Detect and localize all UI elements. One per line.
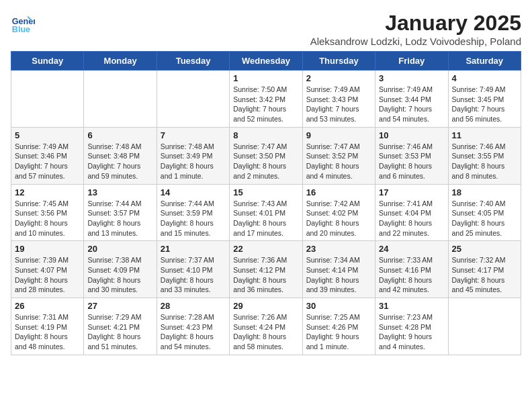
calendar-cell: 14Sunrise: 7:44 AM Sunset: 3:59 PM Dayli… <box>157 184 229 241</box>
calendar-cell: 3Sunrise: 7:49 AM Sunset: 3:44 PM Daylig… <box>375 71 448 128</box>
day-number: 20 <box>87 244 152 254</box>
calendar-cell <box>157 71 229 128</box>
day-number: 6 <box>87 130 152 140</box>
day-info: Sunrise: 7:49 AM Sunset: 3:44 PM Dayligh… <box>379 85 444 124</box>
calendar-cell: 5Sunrise: 7:49 AM Sunset: 3:46 PM Daylig… <box>11 127 84 184</box>
calendar-cell: 24Sunrise: 7:33 AM Sunset: 4:16 PM Dayli… <box>375 241 448 298</box>
calendar-week-4: 19Sunrise: 7:39 AM Sunset: 4:07 PM Dayli… <box>11 241 521 298</box>
day-info: Sunrise: 7:49 AM Sunset: 3:43 PM Dayligh… <box>306 85 371 124</box>
subtitle: Aleksandrow Lodzki, Lodz Voivodeship, Po… <box>310 36 521 47</box>
logo-icon: General Blue <box>11 11 35 35</box>
day-info: Sunrise: 7:46 AM Sunset: 3:55 PM Dayligh… <box>452 142 517 181</box>
day-info: Sunrise: 7:45 AM Sunset: 3:56 PM Dayligh… <box>15 199 80 238</box>
weekday-header-monday: Monday <box>84 52 157 71</box>
day-number: 7 <box>161 130 226 140</box>
svg-text:Blue: Blue <box>12 25 30 34</box>
day-info: Sunrise: 7:39 AM Sunset: 4:07 PM Dayligh… <box>15 255 80 295</box>
day-info: Sunrise: 7:48 AM Sunset: 3:49 PM Dayligh… <box>161 142 226 181</box>
logo: General Blue <box>11 11 35 35</box>
calendar-cell: 19Sunrise: 7:39 AM Sunset: 4:07 PM Dayli… <box>11 241 84 298</box>
day-info: Sunrise: 7:41 AM Sunset: 4:04 PM Dayligh… <box>379 199 444 238</box>
day-number: 1 <box>233 73 298 83</box>
calendar-cell: 28Sunrise: 7:28 AM Sunset: 4:23 PM Dayli… <box>157 298 229 355</box>
calendar-cell: 9Sunrise: 7:47 AM Sunset: 3:52 PM Daylig… <box>302 127 375 184</box>
weekday-header-friday: Friday <box>375 52 448 71</box>
calendar-cell: 1Sunrise: 7:50 AM Sunset: 3:42 PM Daylig… <box>230 71 302 128</box>
day-number: 11 <box>452 130 517 140</box>
day-info: Sunrise: 7:42 AM Sunset: 4:02 PM Dayligh… <box>306 199 371 238</box>
calendar-cell: 20Sunrise: 7:38 AM Sunset: 4:09 PM Dayli… <box>84 241 157 298</box>
calendar-cell: 13Sunrise: 7:44 AM Sunset: 3:57 PM Dayli… <box>84 184 157 241</box>
day-info: Sunrise: 7:49 AM Sunset: 3:46 PM Dayligh… <box>15 142 80 181</box>
day-info: Sunrise: 7:50 AM Sunset: 3:42 PM Dayligh… <box>233 85 298 124</box>
weekday-header-sunday: Sunday <box>11 52 84 71</box>
day-info: Sunrise: 7:40 AM Sunset: 4:05 PM Dayligh… <box>452 199 517 238</box>
calendar-cell: 30Sunrise: 7:25 AM Sunset: 4:26 PM Dayli… <box>302 298 375 355</box>
weekday-header-thursday: Thursday <box>302 52 375 71</box>
main-title: January 2025 <box>310 11 521 36</box>
calendar-cell: 12Sunrise: 7:45 AM Sunset: 3:56 PM Dayli… <box>11 184 84 241</box>
day-number: 25 <box>452 244 517 254</box>
day-info: Sunrise: 7:31 AM Sunset: 4:19 PM Dayligh… <box>15 312 80 352</box>
calendar-cell <box>448 298 521 355</box>
calendar-table: SundayMondayTuesdayWednesdayThursdayFrid… <box>11 51 521 355</box>
calendar-week-5: 26Sunrise: 7:31 AM Sunset: 4:19 PM Dayli… <box>11 298 521 355</box>
calendar-cell: 29Sunrise: 7:26 AM Sunset: 4:24 PM Dayli… <box>230 298 302 355</box>
calendar-cell: 7Sunrise: 7:48 AM Sunset: 3:49 PM Daylig… <box>157 127 229 184</box>
calendar-cell: 22Sunrise: 7:36 AM Sunset: 4:12 PM Dayli… <box>230 241 302 298</box>
calendar-cell: 8Sunrise: 7:47 AM Sunset: 3:50 PM Daylig… <box>230 127 302 184</box>
calendar-cell: 26Sunrise: 7:31 AM Sunset: 4:19 PM Dayli… <box>11 298 84 355</box>
day-number: 27 <box>87 301 152 311</box>
day-info: Sunrise: 7:36 AM Sunset: 4:12 PM Dayligh… <box>233 255 298 295</box>
day-number: 28 <box>161 301 226 311</box>
day-number: 17 <box>379 187 444 197</box>
day-info: Sunrise: 7:47 AM Sunset: 3:52 PM Dayligh… <box>306 142 371 181</box>
calendar-cell: 25Sunrise: 7:32 AM Sunset: 4:17 PM Dayli… <box>448 241 521 298</box>
calendar-cell: 23Sunrise: 7:34 AM Sunset: 4:14 PM Dayli… <box>302 241 375 298</box>
day-number: 12 <box>15 187 80 197</box>
title-block: January 2025 Aleksandrow Lodzki, Lodz Vo… <box>310 11 521 47</box>
day-number: 5 <box>15 130 80 140</box>
day-info: Sunrise: 7:38 AM Sunset: 4:09 PM Dayligh… <box>87 255 152 295</box>
weekday-header-wednesday: Wednesday <box>230 52 302 71</box>
calendar-cell: 21Sunrise: 7:37 AM Sunset: 4:10 PM Dayli… <box>157 241 229 298</box>
calendar-cell: 27Sunrise: 7:29 AM Sunset: 4:21 PM Dayli… <box>84 298 157 355</box>
day-number: 13 <box>87 187 152 197</box>
day-info: Sunrise: 7:28 AM Sunset: 4:23 PM Dayligh… <box>161 312 226 352</box>
day-number: 16 <box>306 187 371 197</box>
day-number: 4 <box>452 73 517 83</box>
calendar-cell: 6Sunrise: 7:48 AM Sunset: 3:48 PM Daylig… <box>84 127 157 184</box>
day-number: 8 <box>233 130 298 140</box>
day-number: 18 <box>452 187 517 197</box>
day-info: Sunrise: 7:43 AM Sunset: 4:01 PM Dayligh… <box>233 199 298 238</box>
day-number: 31 <box>379 301 444 311</box>
day-info: Sunrise: 7:23 AM Sunset: 4:28 PM Dayligh… <box>379 312 444 352</box>
day-info: Sunrise: 7:26 AM Sunset: 4:24 PM Dayligh… <box>233 312 298 352</box>
day-info: Sunrise: 7:25 AM Sunset: 4:26 PM Dayligh… <box>306 312 371 352</box>
day-number: 2 <box>306 73 371 83</box>
calendar-body: 1Sunrise: 7:50 AM Sunset: 3:42 PM Daylig… <box>11 71 521 355</box>
calendar-cell: 2Sunrise: 7:49 AM Sunset: 3:43 PM Daylig… <box>302 71 375 128</box>
day-number: 26 <box>15 301 80 311</box>
day-number: 14 <box>161 187 226 197</box>
calendar-week-2: 5Sunrise: 7:49 AM Sunset: 3:46 PM Daylig… <box>11 127 521 184</box>
weekday-header-saturday: Saturday <box>448 52 521 71</box>
day-info: Sunrise: 7:49 AM Sunset: 3:45 PM Dayligh… <box>452 85 517 124</box>
calendar-cell: 11Sunrise: 7:46 AM Sunset: 3:55 PM Dayli… <box>448 127 521 184</box>
day-info: Sunrise: 7:33 AM Sunset: 4:16 PM Dayligh… <box>379 255 444 295</box>
day-info: Sunrise: 7:46 AM Sunset: 3:53 PM Dayligh… <box>379 142 444 181</box>
day-number: 19 <box>15 244 80 254</box>
day-number: 21 <box>161 244 226 254</box>
calendar-week-1: 1Sunrise: 7:50 AM Sunset: 3:42 PM Daylig… <box>11 71 521 128</box>
day-number: 15 <box>233 187 298 197</box>
day-info: Sunrise: 7:48 AM Sunset: 3:48 PM Dayligh… <box>87 142 152 181</box>
day-number: 9 <box>306 130 371 140</box>
calendar-cell: 16Sunrise: 7:42 AM Sunset: 4:02 PM Dayli… <box>302 184 375 241</box>
day-info: Sunrise: 7:29 AM Sunset: 4:21 PM Dayligh… <box>87 312 152 352</box>
day-info: Sunrise: 7:44 AM Sunset: 3:57 PM Dayligh… <box>87 199 152 238</box>
day-info: Sunrise: 7:32 AM Sunset: 4:17 PM Dayligh… <box>452 255 517 295</box>
calendar-header: SundayMondayTuesdayWednesdayThursdayFrid… <box>11 52 521 71</box>
day-info: Sunrise: 7:34 AM Sunset: 4:14 PM Dayligh… <box>306 255 371 295</box>
calendar-cell: 10Sunrise: 7:46 AM Sunset: 3:53 PM Dayli… <box>375 127 448 184</box>
day-number: 29 <box>233 301 298 311</box>
